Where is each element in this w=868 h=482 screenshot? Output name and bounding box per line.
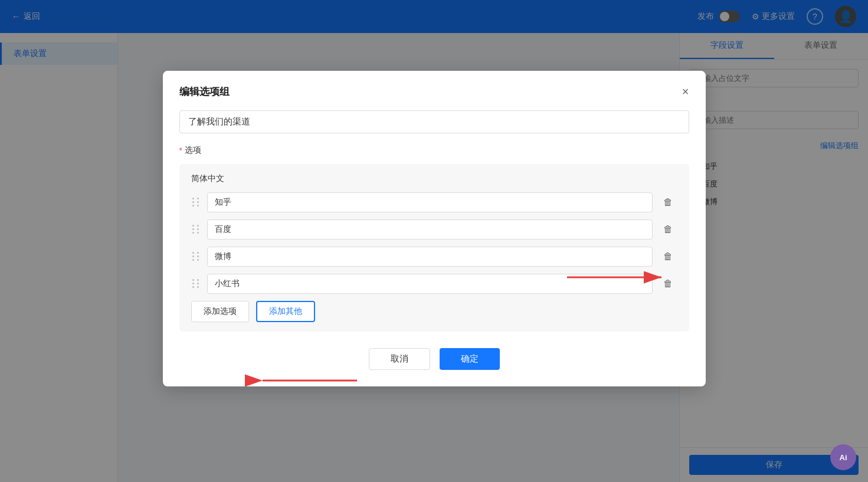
lang-label: 简体中文 <box>191 173 677 184</box>
modal-close-button[interactable]: × <box>682 86 689 97</box>
delete-option-3[interactable]: 🗑 <box>659 274 677 293</box>
delete-option-2[interactable]: 🗑 <box>659 247 677 266</box>
modal-title: 编辑选项组 <box>179 85 230 99</box>
option-input-2[interactable] <box>207 247 653 267</box>
drag-handle-2[interactable] <box>191 251 201 262</box>
drag-handle-1[interactable] <box>191 224 201 235</box>
option-input-3[interactable] <box>207 274 653 294</box>
edit-options-modal: 编辑选项组 × * 选项 简体中文 🗑 🗑 � <box>163 71 706 386</box>
required-star: * <box>179 146 182 155</box>
modal-header: 编辑选项组 × <box>179 85 689 99</box>
confirm-button[interactable]: 确定 <box>440 348 500 370</box>
ai-label: Ai <box>840 453 847 462</box>
option-row-0: 🗑 <box>191 192 677 212</box>
cancel-button[interactable]: 取消 <box>369 348 430 370</box>
option-row-2: 🗑 <box>191 247 677 267</box>
drag-handle-3[interactable] <box>191 278 201 289</box>
required-section-label: * 选项 <box>179 145 689 156</box>
option-input-0[interactable] <box>207 192 653 212</box>
add-option-button[interactable]: 添加选项 <box>191 301 249 322</box>
add-other-button[interactable]: 添加其他 <box>256 301 315 322</box>
option-row-1: 🗑 <box>191 219 677 240</box>
group-name-input[interactable] <box>179 110 689 133</box>
options-section-label: 选项 <box>185 145 201 156</box>
option-input-1[interactable] <box>207 219 653 240</box>
drag-handle-0[interactable] <box>191 196 201 208</box>
add-options-row: 添加选项 添加其他 <box>191 301 677 322</box>
ai-assistant-badge[interactable]: Ai <box>830 444 856 470</box>
option-row-3: 🗑 <box>191 274 677 294</box>
delete-option-0[interactable]: 🗑 <box>659 193 677 212</box>
modal-footer: 取消 确定 <box>179 348 689 370</box>
delete-option-1[interactable]: 🗑 <box>659 220 677 239</box>
options-container: 简体中文 🗑 🗑 🗑 <box>179 164 689 332</box>
